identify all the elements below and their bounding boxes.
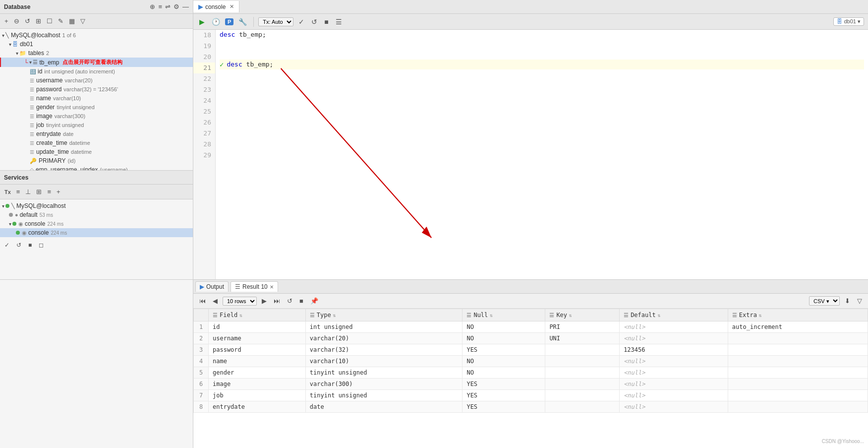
- add-btn[interactable]: +: [3, 17, 10, 25]
- table-row[interactable]: 8 entrydate date YES <null>: [194, 401, 868, 413]
- result10-tab-label: Result 10: [242, 283, 268, 290]
- refresh-result-btn[interactable]: ↺: [285, 296, 294, 306]
- table-row[interactable]: 5 gender tinyint unsigned NO <null>: [194, 367, 868, 379]
- svc-console-time: 224 ms: [47, 221, 63, 227]
- result-tab-output[interactable]: ▶ Output: [195, 281, 229, 292]
- th-null[interactable]: ☰ Null ⇅: [463, 309, 545, 321]
- svc-item-default[interactable]: ● default 53 ms: [0, 210, 193, 219]
- svc-check-btn[interactable]: ✓: [3, 241, 11, 249]
- th-field[interactable]: ☰ Field ⇅: [209, 309, 306, 321]
- th-default[interactable]: ☰ Default ⇅: [620, 309, 728, 321]
- pin-result-btn[interactable]: 📌: [308, 296, 320, 306]
- tree-item-tb-emp[interactable]: └ ▾ ☰ tb_emp 点击展开即可查看表结构: [0, 58, 193, 67]
- p-btn[interactable]: P: [225, 18, 233, 25]
- list-btn[interactable]: ☰: [334, 17, 344, 27]
- tree-item-col-entrydate[interactable]: ☰ entrydate date: [0, 129, 193, 138]
- editor-tab-console[interactable]: ▶ console ✕: [193, 1, 239, 12]
- stop-btn[interactable]: ☐: [45, 17, 54, 25]
- table-row[interactable]: 3 password varchar(32) YES 123456: [194, 344, 868, 356]
- check-btn[interactable]: ✓: [296, 17, 306, 27]
- table-row[interactable]: 7 job tinyint unsigned YES <null>: [194, 390, 868, 401]
- idx-username1-label: emp_username_uindex: [36, 166, 98, 170]
- tree-item-db01[interactable]: ▾ 🗄 db01: [0, 40, 193, 49]
- td-rownum: 8: [194, 401, 209, 413]
- th-rownum[interactable]: [194, 309, 209, 321]
- list-icon[interactable]: ≡: [158, 3, 162, 10]
- tree-item-col-job[interactable]: ☰ job tinyint unsigned: [0, 121, 193, 129]
- code-content[interactable]: desc tb_emp; ✓ desc tb_emp;: [216, 30, 868, 279]
- th-extra[interactable]: ☰ Extra ⇅: [728, 309, 868, 321]
- tree-item-col-password[interactable]: ☰ password varchar(32) = '123456': [0, 85, 193, 94]
- svc-table-btn[interactable]: ⊥: [24, 188, 32, 196]
- db-badge-btn[interactable]: 🗄 db01 ▾: [833, 17, 864, 26]
- download-btn[interactable]: ⬇: [843, 296, 852, 306]
- th-key[interactable]: ☰ Key ⇅: [545, 309, 620, 321]
- svc-item-console-child[interactable]: ◉ console 224 ms: [0, 228, 193, 237]
- svc-mysql-icon: ╲: [11, 203, 15, 209]
- tree-item-col-username[interactable]: ☰ username varchar(20): [0, 76, 193, 85]
- svc-list-btn[interactable]: ≡: [15, 188, 22, 196]
- edit-btn[interactable]: ✎: [57, 17, 65, 25]
- revert-btn[interactable]: ↺: [309, 17, 319, 27]
- td-key: [545, 367, 620, 379]
- svc-revert-btn[interactable]: ↺: [15, 241, 23, 249]
- idx-username1-meta: (username): [100, 167, 127, 170]
- svc-search-btn[interactable]: ≡: [46, 188, 53, 196]
- svc-item-mysql[interactable]: ▾ ╲ MySQL@localhost: [0, 201, 193, 210]
- next-page-btn[interactable]: ▶: [260, 296, 269, 306]
- table-row[interactable]: 2 username varchar(20) NO UNI <null>: [194, 333, 868, 344]
- code-tb-emp-18: tb_emp;: [239, 30, 266, 40]
- line-num-18: 18: [193, 30, 215, 41]
- tree-item-col-image[interactable]: ☰ image varchar(300): [0, 112, 193, 121]
- console-tab-close[interactable]: ✕: [230, 3, 234, 10]
- tree-item-col-update-time[interactable]: ☰ update_time datetime: [0, 147, 193, 156]
- tx-select[interactable]: Tx: Auto: [258, 17, 293, 26]
- code-line-27: [220, 119, 864, 129]
- line-num-27: 27: [193, 128, 215, 139]
- table-row[interactable]: 1 id int unsigned NO PRI <null> auto_inc…: [194, 321, 868, 333]
- refresh-btn[interactable]: ↺: [23, 17, 32, 25]
- tree-item-col-create-time[interactable]: ☰ create_time datetime: [0, 138, 193, 147]
- wrench-btn[interactable]: 🔧: [236, 17, 249, 27]
- rows-select[interactable]: 10 rows: [223, 297, 257, 306]
- grid-btn[interactable]: ▦: [67, 17, 76, 25]
- svc-add-btn[interactable]: +: [55, 188, 62, 196]
- svc-grid-btn[interactable]: ⊞: [35, 188, 43, 196]
- result-tab-result10[interactable]: ☰ Result 10 ✕: [231, 281, 278, 292]
- td-key: UNI: [545, 333, 620, 344]
- tree-item-idx-username1[interactable]: ◇ emp_username_uindex (username): [0, 165, 193, 170]
- run-btn[interactable]: ▶: [197, 17, 207, 27]
- remove-btn[interactable]: ⊖: [12, 17, 21, 25]
- stop-btn[interactable]: ■: [322, 17, 330, 27]
- tree-item-tables[interactable]: ▾ 📁 tables 2: [0, 49, 193, 58]
- stop-result-btn[interactable]: ■: [297, 296, 305, 306]
- clock-btn[interactable]: 🕐: [210, 17, 222, 27]
- minimize-icon[interactable]: —: [182, 3, 189, 10]
- tree-item-col-id[interactable]: 🔢 id int unsigned (auto increment): [0, 67, 193, 76]
- csv-select[interactable]: CSV ▾: [809, 296, 840, 306]
- last-page-btn[interactable]: ⏭: [272, 296, 282, 306]
- td-type: varchar(10): [305, 356, 463, 367]
- settings-icon[interactable]: ⚙: [174, 3, 179, 10]
- prev-page-btn[interactable]: ◀: [211, 296, 220, 306]
- tree-item-col-gender[interactable]: ☰ gender tinyint unsigned: [0, 103, 193, 112]
- table-btn[interactable]: ⊞: [34, 17, 43, 25]
- filter-btn[interactable]: ▽: [79, 17, 87, 25]
- tree-item-col-name[interactable]: ☰ name varchar(10): [0, 94, 193, 103]
- tree-item-mysql[interactable]: ▾ ╲ MySQL@localhost 1 of 6: [0, 31, 193, 40]
- svc-stop-small-btn[interactable]: ■: [27, 241, 33, 249]
- table-row[interactable]: 6 image varchar(300) YES <null>: [194, 379, 868, 390]
- tx-btn[interactable]: Tx: [3, 189, 12, 195]
- result-filter-btn[interactable]: ▽: [855, 296, 864, 306]
- th-type[interactable]: ☰ Type ⇅: [305, 309, 463, 321]
- svc-bottom-icon4[interactable]: ◻: [37, 241, 45, 249]
- table-row[interactable]: 4 name varchar(10) NO <null>: [194, 356, 868, 367]
- swap-icon[interactable]: ⇌: [165, 3, 171, 10]
- result10-tab-close[interactable]: ✕: [270, 284, 274, 290]
- td-default: <null>: [620, 356, 728, 367]
- tree-item-idx-primary[interactable]: 🔑 PRIMARY (id): [0, 156, 193, 165]
- globe-icon[interactable]: ⊕: [150, 3, 155, 10]
- toolbar-sep-1: [253, 17, 254, 27]
- first-page-btn[interactable]: ⏮: [197, 296, 208, 306]
- svc-item-console[interactable]: ▾ ◉ console 224 ms: [0, 219, 193, 228]
